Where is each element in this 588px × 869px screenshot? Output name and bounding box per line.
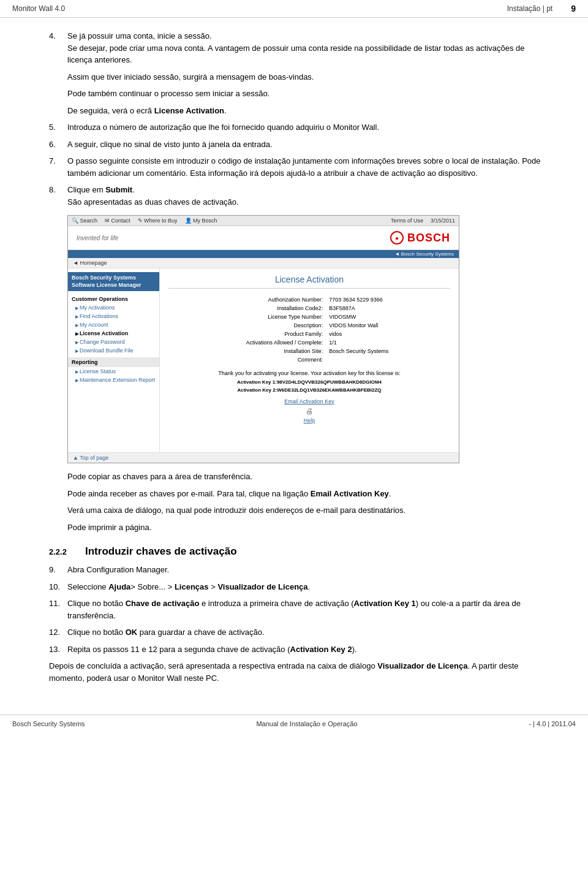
top-of-page-link[interactable]: ▲ Top of page	[73, 455, 108, 461]
license-type-label: License Type Number:	[170, 313, 325, 321]
install-site-label: Installation Site:	[170, 347, 325, 355]
step-10-number: 10.	[49, 581, 67, 593]
bosch-logo: ● BOSCH	[390, 231, 450, 245]
sidebar-customer-ops-title: Customer Operations	[68, 294, 159, 303]
auth-number-label: Authorization Number:	[170, 296, 325, 303]
nav-contact: ✉ Contact	[105, 218, 130, 224]
license-type-value: VIDOSMW	[326, 313, 449, 321]
para-2: Pode também continuar o processo sem ini…	[67, 88, 551, 100]
bosch-logo-text: BOSCH	[407, 232, 450, 245]
step-12-text: Clique no botão OK para guardar a chave …	[67, 626, 551, 639]
step-9: 9. Abra Configuration Manager.	[49, 564, 551, 576]
page-footer: Bosch Security Systems Manual de Instala…	[0, 715, 588, 732]
step-4: 4. Se já possuir uma conta, inicie a ses…	[49, 30, 551, 66]
step-11-text: Clique no botão Chave de activação e int…	[67, 598, 551, 621]
license-info-table: Authorization Number: 7703 3634 5229 936…	[168, 295, 450, 365]
step-5-number: 5.	[49, 121, 67, 134]
step-5: 5. Introduza o número de autorização que…	[49, 121, 551, 134]
description-label: Description:	[170, 322, 325, 329]
closing-paragraph: Depois de concluída a activação, será ap…	[49, 660, 551, 684]
install-site-value: Bosch Security Systems	[326, 347, 449, 355]
bosch-header: Invented for life ● BOSCH	[68, 226, 459, 250]
comment-value	[326, 356, 449, 363]
nav-my-bosch: 👤 My Bosch	[185, 218, 217, 224]
section-label: Instalação | pt	[507, 4, 553, 13]
footer-right: - | 4.0 | 2011.04	[529, 720, 576, 727]
breadcrumb-homepage: ◄ Homepage	[73, 260, 107, 266]
nav-breadcrumb: ◄ Homepage	[68, 258, 459, 268]
print-icon[interactable]: 🖨	[168, 407, 450, 416]
bosch-tagline-area: Invented for life	[77, 235, 118, 241]
nav-where-to-buy: ✎ Where to Buy	[138, 218, 178, 224]
step-7-number: 7.	[49, 155, 67, 179]
activations-value: 1/1	[326, 339, 449, 346]
description-value: VIDOS Monitor Wall	[326, 322, 449, 329]
step-13-text: Repita os passos 11 e 12 para a segunda …	[67, 643, 551, 656]
page-header: Monitor Wall 4.0 Instalação | pt 9	[0, 0, 588, 18]
section-222-heading: 2.2.2 Introduzir chaves de activação	[49, 545, 551, 558]
activation-key-2: Activation Key 2:W6DE32LDQ1VB326EKAWBBAH…	[237, 387, 381, 393]
step-8-number: 8.	[49, 184, 67, 208]
step-11: 11. Clique no botão Chave de activação e…	[49, 598, 551, 621]
activation-key-1: Activation Key 1:98V2D4LDQVVB326QPUWBBAH…	[237, 379, 382, 385]
activation-keys-section: Thank you for activating your license. Y…	[168, 370, 450, 395]
nav-search: 🔍 Search	[72, 218, 97, 224]
step-6-number: 6.	[49, 139, 67, 151]
browser-nav-links: 🔍 Search ✉ Contact ✎ Where to Buy 👤 My B…	[72, 218, 217, 224]
install-code-label: Installation Code2:	[170, 305, 325, 312]
step-8: 8. Clique em Submit. São apresentadas as…	[49, 184, 551, 208]
footer-center: Manual de Instalação e Operação	[256, 720, 357, 727]
bosch-tagline: Invented for life	[77, 235, 118, 241]
browser-toolbar-right: Terms of Use 3/15/2011	[391, 218, 455, 224]
step-4-number: 4.	[49, 30, 67, 66]
terms-of-use: Terms of Use	[391, 218, 423, 224]
step-7: 7. O passo seguinte consiste em introduz…	[49, 155, 551, 179]
step-13: 13. Repita os passos 11 e 12 para a segu…	[49, 643, 551, 656]
para-1: Assim que tiver iniciado sessão, surgirá…	[67, 71, 551, 83]
install-code-value: B3F5887A	[326, 305, 449, 312]
main-content: 4. Se já possuir uma conta, inicie a ses…	[0, 18, 588, 696]
auth-number-value: 7703 3634 5229 9366	[326, 296, 449, 303]
para-3: De seguida, verá o ecrã License Activati…	[67, 105, 551, 117]
step-8-text: Clique em Submit. São apresentadas as du…	[67, 184, 551, 208]
step-13-number: 13.	[49, 643, 67, 656]
product-family-value: vidos	[326, 330, 449, 338]
license-activation-title: License Activation	[168, 275, 450, 289]
step-9-number: 9.	[49, 564, 67, 576]
comment-label: Comment:	[170, 356, 325, 363]
step-4-text: Se já possuir uma conta, inicie a sessão…	[67, 30, 551, 66]
sidebar-license-status[interactable]: License Status	[68, 367, 159, 376]
bosch-security-label: ◄ Bosch Security Systems	[395, 251, 454, 257]
section-222-title: Introduzir chaves de activação	[85, 545, 237, 558]
sidebar-find-activations[interactable]: Find Activations	[68, 312, 159, 321]
step-9-text: Abra Configuration Manager.	[67, 564, 551, 576]
sidebar-my-account[interactable]: My Account	[68, 321, 159, 329]
sidebar-company-name: Bosch Security Systems Software License …	[68, 272, 159, 291]
step-10: 10. Seleccione Ajuda> Sobre... > Licença…	[49, 581, 551, 593]
sidebar-download-bundle[interactable]: Download Bundle File	[68, 346, 159, 355]
sidebar-maintenance-report[interactable]: Maintenance Extension Report	[68, 376, 159, 384]
website-layout: Bosch Security Systems Software License …	[68, 268, 459, 452]
browser-toolbar: 🔍 Search ✉ Contact ✎ Where to Buy 👤 My B…	[68, 216, 459, 226]
post-para-3: Verá uma caixa de diálogo, na qual pode …	[67, 504, 551, 517]
website-sidebar: Bosch Security Systems Software License …	[68, 268, 160, 452]
bosch-logo-icon: ●	[390, 231, 404, 245]
step-10-text: Seleccione Ajuda> Sobre... > Licenças > …	[67, 581, 551, 593]
post-para-4: Pode imprimir a página.	[67, 522, 551, 534]
email-activation-key-link[interactable]: Email Activation Key	[168, 398, 450, 404]
footer-left: Bosch Security Systems	[12, 720, 85, 727]
sidebar-change-password[interactable]: Change Password	[68, 338, 159, 346]
screenshot: 🔍 Search ✉ Contact ✎ Where to Buy 👤 My B…	[67, 215, 459, 463]
step-12: 12. Clique no botão OK para guardar a ch…	[49, 626, 551, 639]
step-12-number: 12.	[49, 626, 67, 639]
step-6: 6. A seguir, clique no sinal de visto ju…	[49, 139, 551, 151]
sidebar-my-activations[interactable]: My Activations	[68, 303, 159, 312]
help-link[interactable]: Help	[168, 417, 450, 423]
sidebar-reporting-title: Reporting	[68, 357, 159, 367]
activations-label: Activations Allowed / Complete:	[170, 339, 325, 346]
section-222-number: 2.2.2	[49, 547, 77, 556]
step-7-text: O passo seguinte consiste em introduzir …	[67, 155, 551, 179]
date-stamp: 3/15/2011	[431, 218, 455, 224]
step-6-text: A seguir, clique no sinal de visto junto…	[67, 139, 551, 151]
sidebar-license-activation[interactable]: License Activation	[68, 329, 159, 338]
